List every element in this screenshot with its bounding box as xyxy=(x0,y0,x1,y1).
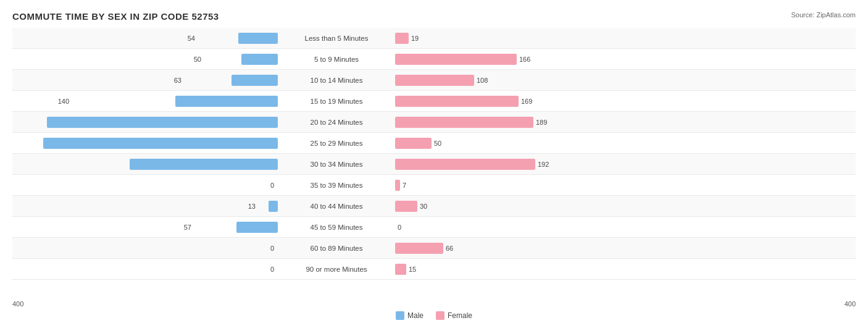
male-bar xyxy=(238,33,278,44)
female-bar xyxy=(395,117,533,128)
left-section: 203 xyxy=(12,154,278,174)
female-value: 19 xyxy=(411,35,419,42)
table-row: 5745 to 59 Minutes0 xyxy=(12,217,856,238)
row-label: 10 to 14 Minutes xyxy=(278,77,395,84)
male-bar xyxy=(43,138,278,149)
male-value: 0 xyxy=(270,245,274,252)
male-value: 0 xyxy=(270,182,274,189)
male-value: 63 xyxy=(174,77,182,84)
male-value: 0 xyxy=(270,266,274,273)
table-row: 505 to 9 Minutes166 xyxy=(12,49,856,70)
table-row: 54Less than 5 Minutes19 xyxy=(12,28,856,49)
female-bar xyxy=(395,201,417,212)
table-row: 1340 to 44 Minutes30 xyxy=(12,196,856,217)
source-label: Source: ZipAtlas.com xyxy=(791,11,856,19)
right-section: 192 xyxy=(395,154,661,174)
male-bar xyxy=(241,54,278,65)
female-value: 7 xyxy=(403,182,406,189)
right-section: 166 xyxy=(395,49,661,69)
female-bar xyxy=(395,159,535,170)
chart-container: COMMUTE TIME BY SEX IN ZIP CODE 52753 So… xyxy=(0,0,868,323)
left-section: 140 xyxy=(12,91,278,111)
right-section: 66 xyxy=(395,238,661,258)
axis-right: 400 xyxy=(845,300,856,308)
male-bar xyxy=(175,96,278,107)
legend-female: Female xyxy=(436,311,472,320)
male-value: 13 xyxy=(248,203,256,210)
row-label: 40 to 44 Minutes xyxy=(278,203,395,210)
male-bar xyxy=(236,222,278,233)
right-section: 30 xyxy=(395,196,661,216)
left-section: 316 xyxy=(12,112,278,132)
female-value: 189 xyxy=(536,119,547,126)
female-value: 0 xyxy=(398,224,401,231)
female-bar xyxy=(395,243,443,254)
male-value: 140 xyxy=(58,98,69,105)
left-section: 321 xyxy=(12,133,278,153)
left-section: 54 xyxy=(12,28,278,48)
female-bar xyxy=(395,96,519,107)
female-value: 66 xyxy=(446,245,453,252)
female-value: 166 xyxy=(519,56,530,63)
female-value: 15 xyxy=(409,266,416,273)
right-section: 19 xyxy=(395,28,661,48)
female-bar xyxy=(395,75,474,86)
male-value: 57 xyxy=(184,224,191,231)
female-bar xyxy=(395,264,406,275)
female-value: 108 xyxy=(477,77,488,84)
male-bar xyxy=(232,75,278,86)
female-value: 50 xyxy=(434,140,441,147)
right-section: 189 xyxy=(395,112,661,132)
table-row: 32125 to 29 Minutes50 xyxy=(12,133,856,154)
bottom-section: 400 400 Male Female xyxy=(12,300,856,320)
chart-title: COMMUTE TIME BY SEX IN ZIP CODE 52753 xyxy=(12,11,856,22)
row-label: Less than 5 Minutes xyxy=(278,35,395,42)
male-bar xyxy=(269,201,278,212)
row-label: 35 to 39 Minutes xyxy=(278,182,395,189)
row-label: 30 to 34 Minutes xyxy=(278,161,395,168)
female-bar xyxy=(395,180,400,191)
female-value: 30 xyxy=(420,203,427,210)
male-legend-label: Male xyxy=(407,311,424,320)
left-section: 63 xyxy=(12,70,278,90)
male-value: 54 xyxy=(188,35,195,42)
row-label: 25 to 29 Minutes xyxy=(278,140,395,147)
table-row: 31620 to 24 Minutes189 xyxy=(12,112,856,133)
male-bar xyxy=(130,159,278,170)
left-section: 0 xyxy=(12,238,278,258)
legend: Male Female xyxy=(12,311,856,320)
row-label: 20 to 24 Minutes xyxy=(278,119,395,126)
table-row: 090 or more Minutes15 xyxy=(12,259,856,280)
row-label: 15 to 19 Minutes xyxy=(278,98,395,105)
axis-labels: 400 400 xyxy=(12,300,856,308)
right-section: 169 xyxy=(395,91,661,111)
female-value: 192 xyxy=(538,161,549,168)
female-value: 169 xyxy=(521,98,532,105)
legend-male: Male xyxy=(396,311,424,320)
left-section: 0 xyxy=(12,175,278,195)
right-section: 0 xyxy=(395,217,661,237)
left-section: 13 xyxy=(12,196,278,216)
right-section: 108 xyxy=(395,70,661,90)
female-bar xyxy=(395,33,409,44)
table-row: 20330 to 34 Minutes192 xyxy=(12,154,856,175)
male-value: 50 xyxy=(194,56,201,63)
left-section: 0 xyxy=(12,259,278,279)
left-section: 57 xyxy=(12,217,278,237)
table-row: 060 to 89 Minutes66 xyxy=(12,238,856,259)
female-legend-box xyxy=(436,311,444,320)
row-label: 5 to 9 Minutes xyxy=(278,56,395,63)
male-bar xyxy=(47,117,278,128)
right-section: 15 xyxy=(395,259,661,279)
table-row: 6310 to 14 Minutes108 xyxy=(12,70,856,91)
right-section: 7 xyxy=(395,175,661,195)
bars-area: 54Less than 5 Minutes19505 to 9 Minutes1… xyxy=(12,28,856,280)
right-section: 50 xyxy=(395,133,661,153)
row-label: 45 to 59 Minutes xyxy=(278,224,395,231)
female-bar xyxy=(395,54,517,65)
row-label: 60 to 89 Minutes xyxy=(278,245,395,252)
female-bar xyxy=(395,138,432,149)
table-row: 035 to 39 Minutes7 xyxy=(12,175,856,196)
row-label: 90 or more Minutes xyxy=(278,266,395,273)
male-legend-box xyxy=(396,311,404,320)
